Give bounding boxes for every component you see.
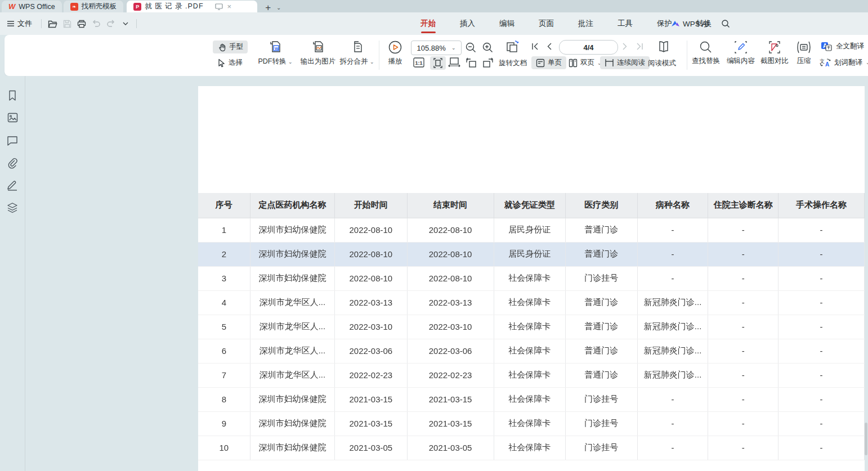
menu-tab-3[interactable]: 页面 (530, 12, 562, 35)
table-cell: 2022-08-10 (335, 266, 407, 290)
menu-tab-1[interactable]: 插入 (451, 12, 484, 35)
new-tab-button[interactable]: + (265, 3, 271, 12)
tab-list-chevron-icon[interactable]: ⌄ (276, 5, 281, 11)
bookmark-icon[interactable] (6, 89, 19, 102)
svg-text:文: 文 (820, 59, 825, 64)
layers-icon[interactable] (6, 201, 19, 214)
zoom-in-button[interactable] (482, 42, 494, 53)
present-monitor-icon[interactable] (215, 3, 223, 10)
save-icon[interactable] (60, 17, 74, 30)
chevron-down-icon: ⌄ (866, 60, 868, 65)
select-tool-button[interactable]: 选择 (213, 56, 247, 69)
edit-content-button[interactable]: 编辑内容 (725, 41, 757, 66)
menu-tab-0[interactable]: 开始 (412, 12, 444, 35)
vertical-scrollbar[interactable] (864, 76, 868, 471)
play-icon (388, 40, 402, 55)
fit-page-button[interactable] (430, 56, 446, 70)
split-merge-button[interactable]: 拆分合并 ⌄ (335, 40, 378, 66)
single-page-button[interactable]: 单页 (531, 56, 566, 69)
hand-tool-button[interactable]: 手型 (213, 41, 248, 53)
table-cell: - (778, 387, 864, 411)
thumbnails-icon[interactable] (6, 111, 19, 124)
edit-pencil-icon (734, 41, 748, 54)
table-cell: 2021-03-15 (407, 387, 494, 411)
rotate-document-icon[interactable] (504, 39, 520, 55)
table-cell: 6 (198, 339, 250, 363)
rotate-left-button[interactable] (465, 57, 477, 68)
tab-document-pdf[interactable]: P 就 医 记 录 .PDF × (127, 1, 257, 12)
attachment-icon[interactable] (6, 156, 19, 170)
divider (41, 19, 42, 28)
menu-tab-4[interactable]: 批注 (570, 12, 602, 35)
open-file-icon[interactable] (45, 17, 60, 30)
read-mode-label[interactable]: 阅读模式 (648, 59, 676, 68)
file-menu-button[interactable]: 文件 (0, 19, 38, 29)
play-button[interactable]: 播放 (383, 40, 408, 66)
tab-wps-office[interactable]: W WPS Office (2, 1, 62, 12)
compress-button[interactable]: 压缩 (791, 41, 816, 66)
split-merge-label: 拆分合并 (339, 57, 368, 65)
prev-page-button[interactable] (547, 43, 552, 50)
table-cell: 2022-03-10 (335, 315, 407, 339)
table-cell: 社会保障卡 (494, 436, 565, 460)
table-cell: 深圳市妇幼保健院 (250, 387, 334, 411)
pdf-convert-button[interactable]: W PDF转换 ⌄ (254, 40, 297, 66)
single-page-icon (536, 59, 545, 68)
comment-icon[interactable] (6, 134, 19, 147)
table-cell: - (708, 266, 778, 290)
screenshot-compare-button[interactable]: 截图对比 (759, 41, 790, 66)
table-cell: 深圳市龙华区人... (250, 363, 334, 387)
table-cell: 深圳市妇幼保健院 (250, 242, 334, 266)
double-page-button[interactable]: 双页 ⌄ (565, 56, 605, 69)
continuous-read-label: 连续阅读 (617, 58, 645, 68)
menu-tab-5[interactable]: 工具 (609, 12, 641, 35)
page-number-input[interactable]: 4/4 (559, 40, 618, 55)
table-row: 9深圳市妇幼保健院2021-03-152021-03-15社会保障卡门诊挂号--… (198, 411, 865, 436)
rotate-right-button[interactable] (482, 57, 494, 68)
table-cell: - (778, 411, 864, 436)
full-translate-button[interactable]: A 全文翻译 (821, 42, 864, 51)
tab-docer-templates[interactable]: ❧ 找稻壳模板 (64, 1, 124, 12)
rotate-document-label[interactable]: 旋转文档 (499, 59, 527, 68)
first-page-button[interactable] (531, 43, 539, 50)
last-page-button[interactable] (636, 43, 643, 50)
redo-icon[interactable] (104, 17, 118, 30)
table-cell: 2021-03-15 (407, 411, 494, 436)
zoom-out-button[interactable] (465, 42, 477, 53)
fit-width-button[interactable] (448, 57, 460, 67)
signature-pen-icon[interactable] (6, 178, 19, 192)
next-page-button[interactable] (623, 43, 628, 50)
table-cell: - (778, 315, 864, 339)
table-cell: - (708, 363, 778, 387)
menu-tab-2[interactable]: 编辑 (491, 12, 523, 35)
menu-search-icon[interactable] (718, 17, 733, 30)
print-icon[interactable] (74, 17, 89, 30)
svg-text:1:1: 1:1 (415, 60, 423, 66)
table-cell: - (778, 339, 864, 363)
table-cell: 2021-03-15 (335, 411, 407, 436)
double-page-label: 双页 (580, 58, 594, 68)
find-replace-button[interactable]: 查找替换 (690, 41, 722, 66)
search-icon (699, 41, 713, 54)
table-header-cell: 结束时间 (407, 193, 494, 218)
table-cell: - (637, 218, 708, 242)
continuous-read-button[interactable]: 连续阅读 (600, 56, 650, 69)
scrollbar-thumb[interactable] (865, 423, 867, 455)
zoom-level-select[interactable]: 105.88% ⌄ (411, 41, 462, 55)
export-image-button[interactable]: 输出为图片 (296, 40, 341, 66)
toolbar-more-chevron-icon[interactable] (118, 17, 133, 30)
ribbon-divider (379, 41, 379, 70)
table-cell: 2022-08-10 (407, 218, 494, 242)
close-tab-icon[interactable]: × (227, 2, 232, 11)
menu-item-wps-ai[interactable]: WPS AI (671, 20, 709, 28)
word-translate-button[interactable]: 文A 划词翻译 ⌄ (820, 57, 868, 68)
divider (136, 19, 137, 28)
table-cell: 2022-03-06 (407, 339, 494, 363)
read-mode-icon[interactable] (656, 41, 671, 54)
table-cell: 3 (198, 266, 250, 290)
undo-icon[interactable] (89, 17, 104, 30)
table-row: 1深圳市妇幼保健院2022-08-102022-08-10居民身份证普通门诊--… (198, 218, 865, 242)
actual-size-button[interactable]: 1:1 (413, 57, 424, 68)
hand-tool-label: 手型 (229, 42, 243, 52)
table-cell: - (708, 315, 778, 339)
